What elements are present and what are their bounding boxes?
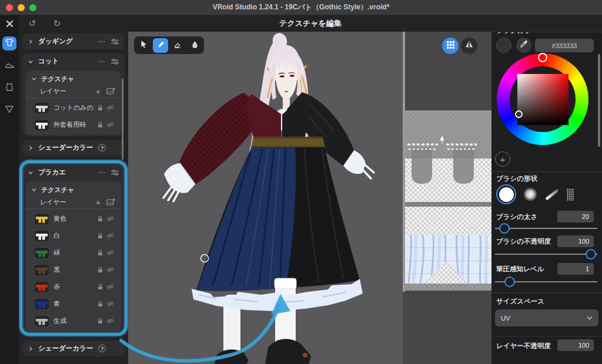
- filter-settings-icon[interactable]: [111, 59, 119, 65]
- layer-row-green[interactable]: 緑: [26, 244, 121, 261]
- eraser-tool-button[interactable]: [170, 38, 185, 53]
- shader-color-row[interactable]: シェーダーカラー ?: [22, 341, 125, 356]
- zoom-window-button[interactable]: [29, 4, 36, 11]
- lock-icon[interactable]: [98, 248, 103, 258]
- lock-icon[interactable]: [98, 231, 103, 241]
- select-tool-button[interactable]: [136, 38, 151, 53]
- texture-view-scrollbar[interactable]: [403, 32, 405, 292]
- visibility-off-icon[interactable]: [106, 248, 114, 258]
- chevron-down-icon: [32, 76, 36, 81]
- burakae-texture-row[interactable]: テクスチャ: [26, 183, 121, 196]
- lock-icon[interactable]: [98, 103, 103, 113]
- brush-size-knob[interactable]: [499, 223, 510, 234]
- visibility-off-icon[interactable]: [106, 120, 114, 130]
- undo-button[interactable]: ↺: [26, 17, 39, 30]
- category-shoes-button[interactable]: [2, 59, 16, 73]
- brush-texture-option[interactable]: [567, 188, 574, 201]
- current-color-swatch[interactable]: [496, 38, 511, 53]
- filter-settings-icon[interactable]: [111, 170, 119, 176]
- hex-color-field[interactable]: #333333: [535, 39, 594, 52]
- brush-tool-button[interactable]: [153, 38, 168, 53]
- visibility-off-icon[interactable]: [106, 214, 114, 224]
- layer-row-white[interactable]: 白: [26, 227, 121, 244]
- coat-layers-header: レイヤー +: [26, 85, 121, 98]
- traffic-lights[interactable]: [6, 4, 36, 11]
- coat-texture-row[interactable]: テクスチャ: [26, 72, 121, 85]
- layer-name: 生成: [53, 316, 93, 325]
- saturation-value-square[interactable]: [517, 74, 568, 125]
- help-icon[interactable]: ?: [98, 144, 106, 151]
- texture-2d-view[interactable]: [403, 32, 491, 364]
- brush-opacity-slider[interactable]: [495, 254, 597, 255]
- lock-icon[interactable]: [98, 282, 103, 292]
- lock-icon[interactable]: [98, 299, 103, 309]
- panel-burakae-header[interactable]: ブラカエ ⋯: [22, 164, 125, 180]
- category-tops-button[interactable]: [2, 36, 16, 50]
- more-menu-button[interactable]: ⋯: [98, 168, 106, 176]
- shader-color-row[interactable]: シェーダーカラー ?: [22, 140, 125, 156]
- pressure-slider[interactable]: [495, 281, 597, 282]
- layer-row-yellow[interactable]: 黄色: [26, 210, 121, 227]
- toggle-grid-button[interactable]: [442, 38, 459, 54]
- lock-icon[interactable]: [98, 214, 103, 224]
- panel-scrollbar[interactable]: [598, 54, 600, 147]
- layer-row-coat-only[interactable]: コットのみの時用: [26, 99, 121, 116]
- visibility-off-icon[interactable]: [106, 103, 114, 113]
- close-window-button[interactable]: [6, 4, 13, 11]
- minimize-window-button[interactable]: [18, 4, 25, 11]
- eyedropper-button[interactable]: [516, 38, 531, 53]
- color-wheel[interactable]: [497, 53, 588, 145]
- import-image-button[interactable]: [106, 86, 115, 97]
- pressure-value[interactable]: 1: [557, 263, 594, 275]
- layer-row-blue[interactable]: 青: [26, 295, 121, 312]
- panel-dragging-header[interactable]: ダッギング ⋯: [22, 33, 125, 49]
- brush-soft-option[interactable]: [523, 187, 537, 201]
- close-editor-button[interactable]: [0, 15, 19, 32]
- lock-icon[interactable]: [98, 120, 103, 130]
- sidebar-scrollbar[interactable]: [122, 79, 123, 160]
- panel-shader-color-coat: シェーダーカラー ?: [22, 140, 125, 156]
- panel-coat-header[interactable]: コット ⋯: [22, 53, 125, 69]
- more-menu-button[interactable]: ⋯: [98, 38, 106, 45]
- brush-stroke-option[interactable]: [544, 187, 560, 202]
- tanktop-icon: [5, 82, 14, 94]
- import-image-button[interactable]: [106, 197, 115, 208]
- help-icon[interactable]: ?: [98, 345, 106, 352]
- hue-selector[interactable]: [538, 53, 547, 62]
- model-viewport[interactable]: [128, 32, 403, 364]
- visibility-off-icon[interactable]: [106, 231, 114, 241]
- filter-settings-icon[interactable]: [111, 39, 119, 45]
- category-onepiece-button[interactable]: [2, 81, 16, 95]
- layer-row-generated[interactable]: 生成: [26, 312, 121, 329]
- visibility-off-icon[interactable]: [106, 316, 114, 326]
- panel-shader-color-burakae: シェーダーカラー ?: [22, 341, 125, 356]
- add-color-button[interactable]: +: [495, 151, 510, 167]
- brush-solid-option[interactable]: [496, 184, 516, 204]
- layer-row-overcoat[interactable]: 外套着用時: [26, 116, 121, 133]
- brush-size-value[interactable]: 20: [557, 211, 594, 223]
- visibility-off-icon[interactable]: [106, 265, 114, 275]
- layer-name: 黒: [53, 265, 93, 274]
- redo-button[interactable]: ↻: [51, 17, 63, 30]
- layer-row-red[interactable]: 赤: [26, 278, 121, 295]
- visibility-off-icon[interactable]: [106, 282, 114, 292]
- brush-size-slider[interactable]: [495, 228, 597, 229]
- panel-coat-title: コット: [38, 57, 92, 66]
- visibility-off-icon[interactable]: [106, 299, 114, 309]
- layer-row-black[interactable]: 黒: [26, 261, 121, 278]
- more-menu-button[interactable]: ⋯: [98, 58, 106, 65]
- category-accessory-button[interactable]: [2, 103, 16, 117]
- lock-icon[interactable]: [98, 316, 103, 326]
- add-layer-button[interactable]: +: [96, 87, 101, 96]
- add-layer-button[interactable]: +: [96, 198, 101, 207]
- pressure-knob[interactable]: [504, 277, 515, 287]
- brush-opacity-value[interactable]: 100: [557, 235, 594, 247]
- blur-tool-button[interactable]: [187, 38, 202, 53]
- layer-opacity-value[interactable]: 100: [557, 339, 594, 351]
- brush-opacity-knob[interactable]: [586, 249, 596, 259]
- sv-selector[interactable]: [515, 110, 523, 118]
- lock-icon[interactable]: [98, 265, 103, 275]
- mirror-symmetry-button[interactable]: [461, 38, 477, 54]
- chevron-down-icon: [32, 187, 36, 192]
- size-space-dropdown[interactable]: UV: [495, 309, 598, 326]
